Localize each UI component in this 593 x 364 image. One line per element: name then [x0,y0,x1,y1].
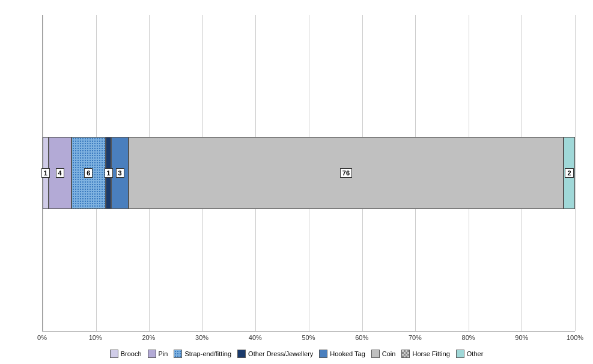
x-axis-label: 100% [567,334,583,341]
bar-value-label: 1 [105,168,113,178]
legend-item: Brooch [110,350,142,358]
x-axis: 0%10%20%30%40%50%60%70%80%90%100% [42,334,575,345]
x-axis-label: 0% [37,334,47,341]
bar-segment-other-dress/jewellery: 1 [106,137,112,209]
chart-area: 14613762 0%10%20%30%40%50%60%70%80%90%10… [12,15,581,345]
x-axis-label: 40% [249,334,262,341]
bar-segment-other: 2 [564,137,575,209]
legend-swatch [148,350,156,358]
legend-item: Pin [148,350,168,358]
grid-line [575,15,576,331]
bar-value-label: 3 [116,168,124,178]
x-axis-label: 60% [355,334,368,341]
bar-wrapper: 14613762 [43,137,575,209]
legend-item: Other [456,350,484,358]
legend-swatch [371,350,380,358]
legend: BroochPinStrap-end/fittingOther Dress/Je… [12,350,581,358]
legend-label: Hooked Tag [330,350,365,357]
legend-swatch [110,350,118,358]
bar-segment-brooch: 1 [43,137,49,209]
legend-swatch [174,350,182,358]
legend-label: Other [467,350,484,357]
x-axis-label: 30% [195,334,208,341]
legend-item: Hooked Tag [319,350,365,358]
bar-segment-strap-end/fitting: 6 [71,137,106,209]
bar-value-label: 4 [56,168,64,178]
x-axis-label: 90% [515,334,528,341]
bar-value-label: 76 [340,168,352,178]
bar-value-label: 6 [84,168,93,178]
x-axis-label: 80% [462,334,475,341]
x-axis-label: 70% [409,334,422,341]
legend-swatch [401,350,410,358]
bar-segment-coin: 76 [129,137,564,209]
bar-value-label: 2 [565,168,573,178]
chart-container: 14613762 0%10%20%30%40%50%60%70%80%90%10… [0,0,593,364]
legend-item: Horse Fitting [401,350,449,358]
legend-swatch [319,350,327,358]
x-axis-label: 50% [302,334,315,341]
x-axis-label: 10% [89,334,102,341]
plot-area: 14613762 [42,15,575,332]
legend-label: Pin [159,350,168,357]
bar-segment-hooked-tag: 3 [111,137,129,209]
legend-label: Strap-end/fitting [184,350,231,357]
legend-item: Coin [371,350,396,358]
legend-label: Brooch [121,350,142,357]
legend-label: Other Dress/Jewellery [248,350,313,357]
bar-segment-pin: 4 [49,137,71,209]
legend-swatch [456,350,464,358]
x-axis-label: 20% [142,334,155,341]
legend-swatch [237,350,246,358]
bar-value-label: 1 [41,168,50,178]
legend-item: Other Dress/Jewellery [237,350,313,358]
legend-label: Coin [382,350,396,357]
legend-label: Horse Fitting [412,350,449,357]
legend-item: Strap-end/fitting [174,350,231,358]
